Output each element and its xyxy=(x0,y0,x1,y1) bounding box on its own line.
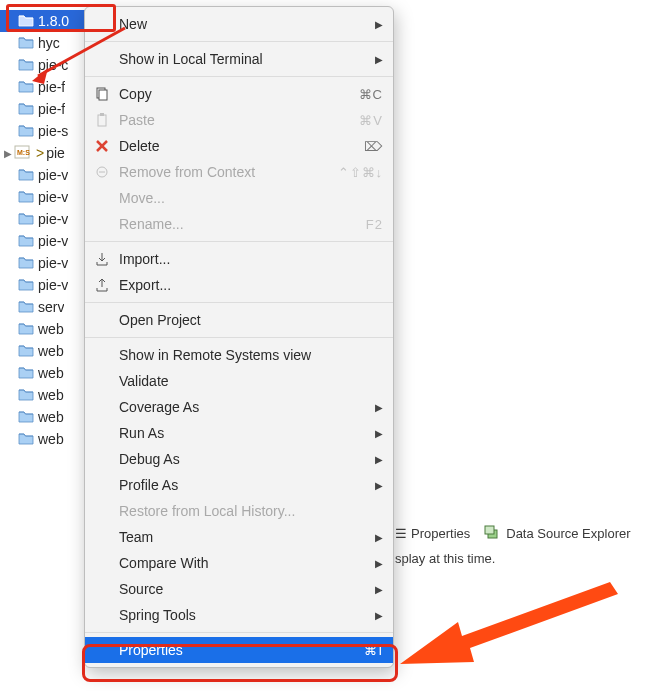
blank-icon xyxy=(93,215,111,233)
tree-item-label: pie-f xyxy=(38,101,65,117)
menu-item-coverage-as[interactable]: Coverage As▶ xyxy=(85,394,393,420)
paste-icon xyxy=(93,111,111,129)
menu-item-restore-from-local-history: Restore from Local History... xyxy=(85,498,393,524)
menu-shortcut: ⌦ xyxy=(364,139,383,154)
menu-item-label: Validate xyxy=(119,373,383,389)
menu-item-paste: Paste⌘V xyxy=(85,107,393,133)
folder-icon xyxy=(18,13,38,30)
tree-item-label: pie xyxy=(46,145,65,161)
menu-item-show-in-remote-systems-view[interactable]: Show in Remote Systems view xyxy=(85,342,393,368)
menu-item-move: Move... xyxy=(85,185,393,211)
menu-item-export[interactable]: Export... xyxy=(85,272,393,298)
menu-separator xyxy=(85,41,393,42)
import-icon xyxy=(93,250,111,268)
chevron-right-icon: ▶ xyxy=(375,610,383,621)
folder-icon xyxy=(18,255,38,272)
blank-icon xyxy=(93,580,111,598)
menu-item-validate[interactable]: Validate xyxy=(85,368,393,394)
menu-item-compare-with[interactable]: Compare With▶ xyxy=(85,550,393,576)
menu-item-source[interactable]: Source▶ xyxy=(85,576,393,602)
menu-item-profile-as[interactable]: Profile As▶ xyxy=(85,472,393,498)
blank-icon xyxy=(93,528,111,546)
folder-icon xyxy=(18,343,38,360)
menu-item-label: Run As xyxy=(119,425,367,441)
menu-item-label: Properties xyxy=(119,642,356,658)
blank-icon xyxy=(93,372,111,390)
menu-item-label: Export... xyxy=(119,277,383,293)
menu-item-properties[interactable]: Properties⌘I xyxy=(85,637,393,663)
panel-message: splay at this time. xyxy=(395,545,650,566)
folder-icon xyxy=(18,299,38,316)
folder-icon xyxy=(18,211,38,228)
blank-icon xyxy=(93,606,111,624)
menu-item-label: Debug As xyxy=(119,451,367,467)
menu-item-label: Paste xyxy=(119,112,351,128)
chevron-right-icon[interactable]: ▶ xyxy=(4,148,14,159)
blank-icon xyxy=(93,476,111,494)
menu-item-label: Remove from Context xyxy=(119,164,330,180)
tree-item-label: web xyxy=(38,365,64,381)
delete-icon xyxy=(93,137,111,155)
chevron-right-icon: ▶ xyxy=(375,428,383,439)
tab-properties[interactable]: ☰ Properties xyxy=(395,526,470,541)
annotation-arrow-bottom xyxy=(400,574,620,684)
menu-item-open-project[interactable]: Open Project xyxy=(85,307,393,333)
chevron-right-icon: ▶ xyxy=(375,558,383,569)
menu-item-label: Rename... xyxy=(119,216,358,232)
dirty-marker: > xyxy=(34,145,46,161)
folder-icon xyxy=(18,409,38,426)
tree-item-label: pie-v xyxy=(38,233,68,249)
menu-item-label: Copy xyxy=(119,86,351,102)
menu-item-show-in-local-terminal[interactable]: Show in Local Terminal▶ xyxy=(85,46,393,72)
tab-label: Data Source Explorer xyxy=(506,526,630,541)
tree-item-label: pie-v xyxy=(38,211,68,227)
svg-rect-11 xyxy=(485,526,494,534)
chevron-right-icon: ▶ xyxy=(375,402,383,413)
tree-item-label: web xyxy=(38,387,64,403)
tree-item-label: web xyxy=(38,321,64,337)
tree-item-label: web xyxy=(38,409,64,425)
menu-shortcut: ⌘I xyxy=(364,643,383,658)
menu-shortcut: F2 xyxy=(366,217,383,232)
svg-marker-14 xyxy=(400,582,618,664)
blank-icon xyxy=(93,189,111,207)
bottom-panel: ☰ Properties Data Source Explorer splay … xyxy=(395,521,650,566)
menu-item-label: Show in Local Terminal xyxy=(119,51,367,67)
menu-item-delete[interactable]: Delete⌦ xyxy=(85,133,393,159)
tree-item-label: pie-v xyxy=(38,189,68,205)
tree-item-label: pie-s xyxy=(38,123,68,139)
blank-icon xyxy=(93,641,111,659)
folder-icon xyxy=(18,365,38,382)
menu-item-new[interactable]: New▶ xyxy=(85,11,393,37)
menu-item-label: Restore from Local History... xyxy=(119,503,383,519)
folder-icon xyxy=(18,387,38,404)
menu-separator xyxy=(85,337,393,338)
tree-item-label: pie-v xyxy=(38,255,68,271)
svg-rect-5 xyxy=(100,113,104,116)
menu-item-label: Move... xyxy=(119,190,383,206)
menu-shortcut: ⌘C xyxy=(359,87,383,102)
menu-shortcut: ⌘V xyxy=(359,113,383,128)
bottom-tabs[interactable]: ☰ Properties Data Source Explorer xyxy=(395,521,650,545)
tree-item-label: pie-v xyxy=(38,167,68,183)
tree-item-label: serv xyxy=(38,299,64,315)
menu-separator xyxy=(85,241,393,242)
properties-icon: ☰ xyxy=(395,526,407,541)
menu-item-team[interactable]: Team▶ xyxy=(85,524,393,550)
chevron-right-icon: ▶ xyxy=(375,480,383,491)
menu-item-label: Profile As xyxy=(119,477,367,493)
menu-item-run-as[interactable]: Run As▶ xyxy=(85,420,393,446)
menu-item-spring-tools[interactable]: Spring Tools▶ xyxy=(85,602,393,628)
tab-data-source-explorer[interactable]: Data Source Explorer xyxy=(484,525,630,541)
menu-item-remove-from-context: Remove from Context⌃⇧⌘↓ xyxy=(85,159,393,185)
menu-item-copy[interactable]: Copy⌘C xyxy=(85,81,393,107)
tree-item-label: pie-f xyxy=(38,79,65,95)
folder-icon xyxy=(18,35,38,52)
menu-separator xyxy=(85,76,393,77)
blank-icon xyxy=(93,15,111,33)
menu-separator xyxy=(85,632,393,633)
tree-item-label: web xyxy=(38,431,64,447)
menu-item-import[interactable]: Import... xyxy=(85,246,393,272)
menu-item-debug-as[interactable]: Debug As▶ xyxy=(85,446,393,472)
svg-rect-3 xyxy=(99,90,107,100)
